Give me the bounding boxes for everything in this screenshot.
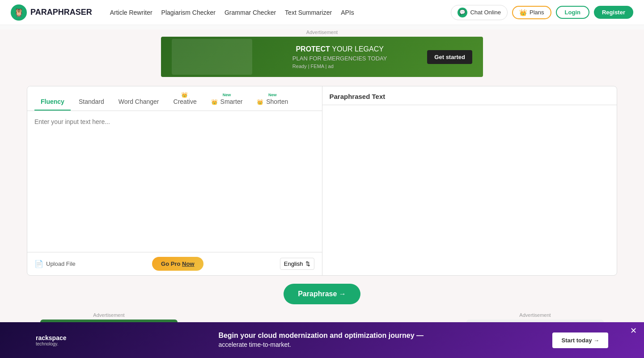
mode-tabs: Fluency Standard Word Changer 👑 Creative xyxy=(27,86,322,111)
ad-top-banner: PROTECT YOUR LEGACY PLAN FOR EMERGENCIES… xyxy=(161,37,483,77)
upload-icon: 📄 xyxy=(34,260,43,268)
logo-icon: 🦉 xyxy=(11,4,27,21)
nav-text-summarizer[interactable]: Text Summarizer xyxy=(285,9,332,16)
chat-online-button[interactable]: 💬 Chat Online xyxy=(451,5,508,20)
input-panel: Fluency Standard Word Changer 👑 Creative xyxy=(27,86,322,275)
crown-icon: 👑 xyxy=(519,9,527,16)
upload-file-button[interactable]: 📄 Upload File xyxy=(34,260,76,268)
tab-creative[interactable]: 👑 Creative xyxy=(167,86,203,111)
nav-grammar-checker[interactable]: Grammar Checker xyxy=(225,9,276,16)
paraphraser-tool: Fluency Standard Word Changer 👑 Creative xyxy=(27,86,617,276)
ad-top-logos: Ready | FEMA | ad xyxy=(292,64,387,69)
tab-standard[interactable]: Standard xyxy=(72,93,110,111)
tab-shorten[interactable]: New 👑 Shorten xyxy=(250,87,294,111)
crown-icon-shorten: 👑 xyxy=(257,99,263,105)
login-button[interactable]: Login xyxy=(556,6,589,19)
nav-right: 💬 Chat Online 👑 Plans Login Register xyxy=(451,5,633,20)
paraphrase-button[interactable]: Paraphrase → xyxy=(284,284,360,304)
chat-icon: 💬 xyxy=(458,8,467,17)
language-selector[interactable]: English ⇅ xyxy=(280,258,315,270)
crown-icon-creative: 👑 xyxy=(181,92,188,98)
new-badge-shorten: New xyxy=(268,93,277,97)
tab-fluency[interactable]: Fluency xyxy=(34,93,71,111)
upload-label: Upload File xyxy=(46,260,76,267)
ad-top-content: PROTECT YOUR LEGACY PLAN FOR EMERGENCIES… xyxy=(292,45,387,69)
crown-icon-smarter: 👑 xyxy=(211,99,218,105)
top-advertisement: Advertisement PROTECT YOUR LEGACY PLAN F… xyxy=(121,30,523,77)
sticky-ad-cta-button[interactable]: Start today → xyxy=(552,332,608,344)
new-badge-smarter: New xyxy=(223,93,231,97)
nav-apis[interactable]: APIs xyxy=(341,9,354,16)
tab-word-changer[interactable]: Word Changer xyxy=(112,93,165,111)
sticky-ad-subline: accelerate time-to-market. xyxy=(218,341,291,343)
nav-links: Article Rewriter Plagiarism Checker Gram… xyxy=(110,9,441,16)
paraphrase-section: Paraphrase → xyxy=(27,276,617,312)
ad-top-headline: PROTECT YOUR LEGACY xyxy=(292,45,387,53)
navigation: 🦉 PARAPHRASER Article Rewriter Plagiaris… xyxy=(0,0,644,25)
nav-article-rewriter[interactable]: Article Rewriter xyxy=(110,9,153,16)
bottom-ad-left-label: Advertisement xyxy=(40,312,178,318)
register-button[interactable]: Register xyxy=(594,6,633,19)
plans-label: Plans xyxy=(530,9,544,16)
sticky-bottom-ad: rackspace technology. Begin your cloud m… xyxy=(0,322,644,343)
output-panel-body xyxy=(322,105,617,275)
logo-text: PARAPHRASER xyxy=(30,8,92,17)
output-panel: Paraphrased Text xyxy=(322,86,617,275)
ad-top-image-placeholder xyxy=(172,39,252,75)
input-textarea[interactable] xyxy=(34,118,315,243)
ad-top-label: Advertisement xyxy=(121,30,523,35)
ad-top-subline: PLAN FOR EMERGENCIES TODAY xyxy=(292,55,387,62)
go-pro-button[interactable]: Go Pro Now xyxy=(152,257,203,271)
sticky-ad-text: Begin your cloud modernization and optim… xyxy=(218,331,424,343)
output-panel-header: Paraphrased Text xyxy=(322,86,617,105)
plans-button[interactable]: 👑 Plans xyxy=(512,6,551,19)
language-value: English xyxy=(284,260,303,267)
input-bottom-bar: 📄 Upload File Go Pro Now English ⇅ xyxy=(27,252,322,275)
language-arrows-icon: ⇅ xyxy=(305,260,310,267)
ad-get-started-button[interactable]: Get started xyxy=(427,50,472,64)
output-title: Paraphrased Text xyxy=(330,93,386,100)
nav-plagiarism-checker[interactable]: Plagiarism Checker xyxy=(161,9,216,16)
input-area-wrapper xyxy=(27,111,322,252)
sticky-ad-close-button[interactable]: ✕ xyxy=(630,326,637,336)
chat-online-label: Chat Online xyxy=(470,9,501,16)
tab-smarter[interactable]: New 👑 Smarter xyxy=(205,87,249,111)
bottom-ad-right-label: Advertisement xyxy=(466,312,604,318)
sticky-ad-logo: rackspace technology. xyxy=(36,334,89,344)
sticky-ad-headline: Begin your cloud modernization and optim… xyxy=(218,331,424,341)
logo-link[interactable]: 🦉 PARAPHRASER xyxy=(11,4,92,21)
go-pro-now: Now xyxy=(182,260,194,267)
